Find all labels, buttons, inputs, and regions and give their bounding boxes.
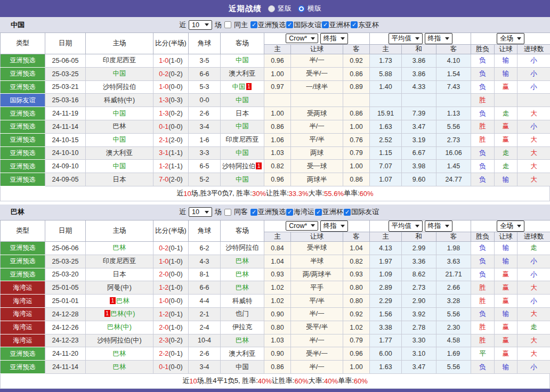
cell-result-winlose: 胜 [471,321,495,334]
average-select[interactable]: 平均值 [389,220,423,232]
cell-avg-home: 1.15 [370,146,402,160]
cell-date: 25-03-21 [45,80,86,94]
final-odds-select[interactable]: 终指 [320,33,348,44]
odds-source-select[interactable]: Crow* [286,221,318,231]
cell-handicap: 受半/一 [291,67,343,80]
cell-type-badge: 国际友谊 [1,94,45,107]
cell-score: 0-2(0-1) [153,241,189,255]
filter-bar-bahrain: 近 10 场 同客 亚洲预选海湾运亚洲杯国际友谊 [179,207,379,217]
cell-result-handicap: 走 [495,146,517,160]
competition-checkbox[interactable] [351,21,358,28]
filter-bar-china: 近 10 场 同主 亚洲预选国际友谊亚洲杯东亚杯 [179,20,379,30]
col-away: 客场 [221,220,264,241]
cell-date: 25-01-05 [45,281,86,295]
cell-odds-home: 0.96 [264,54,291,68]
cell-result-winlose: 平 [471,347,495,361]
cell-result-goals: 小 [517,54,550,68]
table-row: 海湾运25-01-05阿曼(中)1-2(1-0)6-6巴林1.02平手0.802… [1,281,550,295]
summary-text: 单率: [344,189,360,198]
summary-stat-value: 60% [360,190,374,198]
cell-odds-home: 0.97 [264,80,291,94]
average-select[interactable]: 平均值 [389,33,423,44]
cell-home-team: 巴林(中) [86,321,153,334]
layout-radio-horizontal[interactable]: 横版 [298,4,321,13]
competition-checkbox[interactable] [344,209,351,216]
cell-avg-draw: 4.33 [402,80,436,94]
competition-checkbox[interactable] [250,21,257,28]
final-odds-value-2: 终指 [428,222,441,231]
cell-odds-away: 1.00 [343,120,370,133]
table-row: 亚洲预选24-09-05日本7-0(2-0)5-2中国0.96两球半0.861.… [1,173,550,186]
final-odds-select-2[interactable]: 终指 [425,33,452,44]
fulltime-score: 1-3 [159,96,168,104]
cell-avg-draw: 3.92 [402,307,436,321]
fulltime-score: 2-3 [159,337,168,344]
radio-checked-icon[interactable] [298,5,305,12]
away-team-name: 中国 [236,363,249,371]
cell-corner: 4-4 [189,295,221,308]
average-value: 平均值 [392,34,412,43]
cell-result-winlose: 负 [471,307,495,321]
cell-result-handicap: 输 [495,241,517,255]
cell-date: 25-01-01 [45,295,86,308]
col-odds-home: 主 [264,45,291,54]
final-odds-select-2[interactable]: 终指 [425,220,452,232]
cell-odds-home: 1.03 [264,334,291,347]
chevron-down-icon [415,37,419,40]
cell-result-handicap: 输 [495,173,517,186]
home-team-name: 巴林 [113,123,126,130]
competition-checkbox[interactable] [322,21,329,28]
cell-result-handicap: 走 [495,160,517,173]
same-home-checkbox[interactable] [224,21,231,28]
cell-avg-draw: 2.99 [402,241,436,255]
odds-source-value: Crow* [289,222,307,230]
cell-avg-draw: 8.62 [402,268,436,281]
cell-date: 24-11-19 [45,107,86,120]
competition-checkbox[interactable] [286,21,293,28]
chevron-down-icon [517,225,521,227]
cell-odds-home: 1.04 [264,255,291,268]
cell-odds-home: 1.03 [264,146,291,160]
same-away-checkbox[interactable] [224,209,231,216]
cell-result-winlose: 负 [471,255,495,268]
cell-avg-home: 2.89 [370,281,402,295]
halftime-score: (1-1) [168,149,182,157]
cell-away-team: 科威特 [221,295,264,308]
average-value: 平均值 [392,222,412,231]
fulltime-select[interactable]: 全场 [497,33,524,44]
competition-checkbox[interactable] [315,209,322,216]
radio-icon[interactable] [268,5,275,12]
fulltime-score: 0-2 [159,244,168,252]
cell-odds-away: 0.79 [343,146,370,160]
cell-date: 24-12-23 [45,334,86,347]
recent-count-select[interactable]: 10 [189,20,212,30]
cell-avg-away: 1.69 [436,347,471,361]
col-result-wl: 胜负 [471,232,495,241]
cell-avg-home: 1.63 [370,120,402,133]
recent-count-select[interactable]: 10 [189,207,212,217]
fulltime-select[interactable]: 全场 [497,220,524,232]
table-row: 亚洲预选24-11-19中国1-3(0-2)2-6日本1.00受两球0.8615… [1,107,550,120]
competition-checkbox[interactable] [286,209,293,216]
halftime-score: (1-1) [168,162,182,170]
summary-text: 让胜率: [266,189,289,198]
cell-home-team: 1巴林 [86,295,153,308]
cell-result-handicap: 赢 [495,133,517,146]
cell-result-handicap: 赢 [495,80,517,94]
cell-date: 25-03-25 [45,67,86,80]
col-avg-home: 主 [370,232,402,241]
col-corner: 角球 [189,220,221,241]
layout-radio-vertical[interactable]: 竖版 [268,4,292,13]
cell-corner: 6-6 [189,281,221,295]
cell-avg-draw [402,94,436,107]
odds-source-select[interactable]: Crow* [286,34,318,43]
summary-stat-value: 40% [258,377,272,385]
table-row: 亚洲预选24-11-14巴林0-1(0-0)3-4中国0.86半/一1.001.… [1,361,550,374]
cell-result-goals: 小 [517,255,550,268]
competition-checkbox[interactable] [250,209,257,216]
cell-avg-away: 5.56 [436,361,471,374]
final-odds-select[interactable]: 终指 [320,220,348,232]
table-row: 亚洲预选24-09-10中国1-2(1-1)6-5沙特阿拉伯10.82受一球1.… [1,160,550,173]
cell-corner: 8-1 [189,268,221,281]
cell-avg-away: 5.56 [436,307,471,321]
